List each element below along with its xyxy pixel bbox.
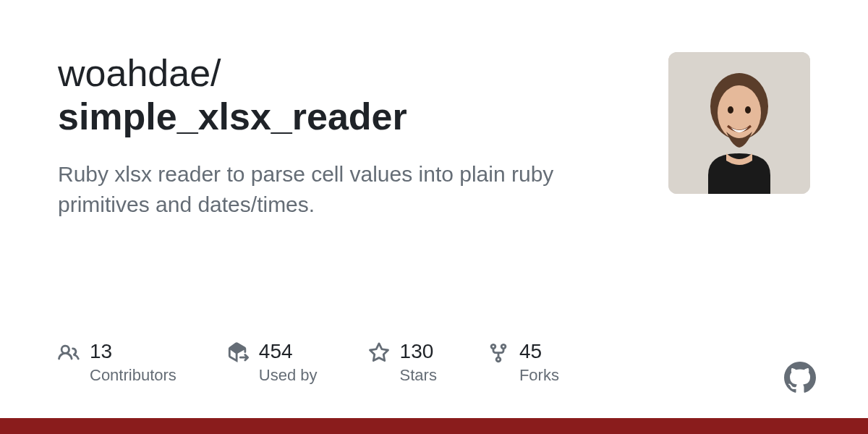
star-icon bbox=[368, 342, 390, 364]
stat-count: 130 bbox=[400, 341, 437, 363]
package-dependents-icon bbox=[227, 342, 249, 364]
stat-label: Contributors bbox=[90, 366, 176, 385]
stat-label: Stars bbox=[400, 366, 437, 385]
stat-contributors[interactable]: 13 Contributors bbox=[58, 341, 176, 385]
repo-owner[interactable]: woahdae bbox=[58, 52, 210, 94]
stat-label: Forks bbox=[519, 366, 559, 385]
svg-point-4 bbox=[745, 106, 751, 114]
repo-separator: / bbox=[210, 52, 221, 94]
accent-bar bbox=[0, 418, 868, 434]
stat-label: Used by bbox=[259, 366, 318, 385]
stat-count: 13 bbox=[90, 341, 176, 363]
svg-point-3 bbox=[728, 106, 733, 114]
repo-title[interactable]: woahdae/ simple_xlsx_reader bbox=[58, 52, 639, 139]
repo-description: Ruby xlsx reader to parse cell values in… bbox=[58, 159, 608, 220]
stat-usedby[interactable]: 454 Used by bbox=[227, 341, 318, 385]
github-logo-icon[interactable] bbox=[784, 362, 816, 393]
stat-stars[interactable]: 130 Stars bbox=[368, 341, 437, 385]
avatar[interactable] bbox=[668, 52, 810, 194]
stat-forks[interactable]: 45 Forks bbox=[488, 341, 559, 385]
fork-icon bbox=[488, 342, 509, 364]
stat-count: 45 bbox=[519, 341, 559, 363]
repo-name[interactable]: simple_xlsx_reader bbox=[58, 95, 407, 137]
repo-stats: 13 Contributors 454 Used by 130 Stars 45… bbox=[58, 341, 559, 385]
people-icon bbox=[58, 342, 80, 364]
stat-count: 454 bbox=[259, 341, 318, 363]
